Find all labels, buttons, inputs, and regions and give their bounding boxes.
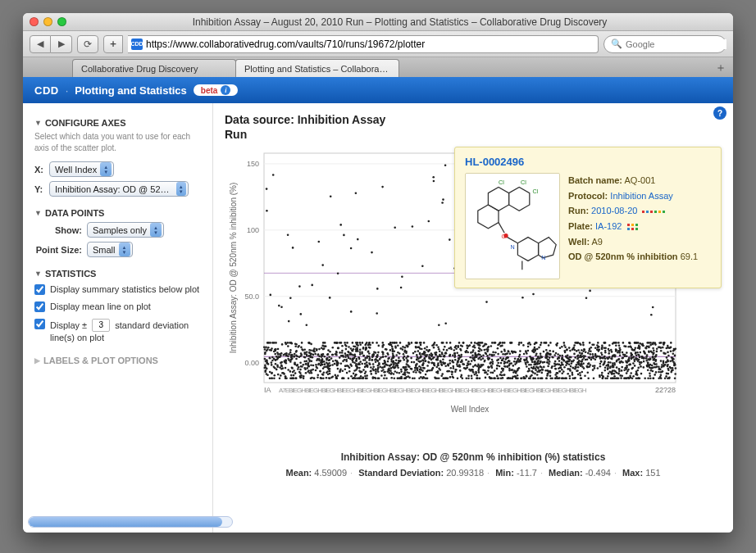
svg-point-1299 (530, 343, 532, 346)
svg-point-2022 (540, 356, 543, 359)
svg-point-1822 (558, 377, 560, 379)
forward-button[interactable]: ▶ (51, 35, 72, 53)
svg-point-760 (608, 344, 611, 347)
svg-point-1508 (448, 347, 450, 350)
svg-point-857 (289, 351, 292, 354)
search-bar[interactable]: 🔍 (603, 35, 726, 53)
svg-point-1493 (285, 367, 287, 369)
x-axis-select[interactable]: Well Index ▲▼ (49, 161, 114, 177)
plate-mini-icons[interactable] (627, 224, 639, 230)
svg-point-1174 (339, 356, 341, 359)
svg-point-674 (274, 353, 276, 356)
checkbox-input[interactable] (34, 301, 45, 312)
checkbox-mean-line[interactable]: Display mean line on plot (34, 301, 201, 313)
svg-point-1000 (594, 365, 596, 367)
checkbox-input[interactable] (34, 319, 45, 329)
run-link[interactable]: 2010-08-20 (591, 206, 637, 215)
tab-plotting[interactable]: Plotting and Statistics – Collabora… (235, 59, 399, 77)
section-configure-axes[interactable]: ▼ CONFIGURE AXES (34, 118, 201, 128)
svg-point-1636 (377, 371, 380, 374)
svg-point-57 (314, 353, 317, 356)
svg-point-1186 (656, 351, 658, 353)
tab-cdd-home[interactable]: Collaborative Drug Discovery (72, 59, 236, 77)
svg-point-172 (399, 342, 402, 344)
url-input[interactable] (146, 39, 594, 50)
new-tab-button[interactable]: ＋ (713, 61, 728, 75)
svg-point-1052 (561, 369, 563, 371)
svg-point-1622 (287, 355, 289, 357)
protocol-link[interactable]: Inhibition Assay (610, 191, 672, 201)
svg-point-1929 (359, 344, 362, 347)
stats-title: Inhibition Assay: OD @ 520nm % inhibitio… (225, 451, 722, 463)
svg-point-1483 (458, 360, 460, 362)
section-labels-options[interactable]: ▶ LABELS & PLOT OPTIONS (34, 356, 201, 365)
svg-point-1679 (510, 362, 512, 365)
svg-point-2036 (482, 355, 485, 357)
info-icon[interactable]: i (221, 85, 230, 95)
svg-point-1061 (534, 373, 536, 375)
svg-point-688 (670, 350, 672, 352)
window-zoom-button[interactable] (57, 17, 66, 26)
svg-point-484 (321, 264, 324, 266)
scatter-plot[interactable]: 0.0050.0100150Inhibition Assay: OD @ 520… (225, 147, 722, 417)
svg-point-2129 (617, 350, 620, 352)
add-bookmark-button[interactable]: ＋ (103, 35, 123, 53)
svg-point-1976 (663, 364, 665, 366)
svg-point-1514 (460, 356, 462, 358)
point-size-select[interactable]: Small ▲▼ (87, 242, 133, 257)
plate-link[interactable]: IA-192 (595, 221, 622, 231)
svg-point-916 (559, 347, 562, 349)
show-label: Show: (34, 225, 87, 235)
svg-point-1434 (419, 372, 421, 374)
svg-point-771 (349, 358, 352, 360)
scrollbar-thumb[interactable] (29, 517, 222, 527)
svg-point-2113 (543, 342, 545, 344)
svg-point-1329 (551, 377, 553, 379)
svg-point-1321 (457, 377, 459, 379)
y-axis-row: Y: Inhibition Assay: OD @ 520nm % ▲▼ (34, 181, 201, 197)
svg-point-1566 (444, 346, 446, 348)
svg-point-1102 (661, 366, 663, 369)
section-statistics[interactable]: ▼ STATISTICS (34, 269, 201, 279)
section-data-points[interactable]: ▼ DATA POINTS (34, 208, 201, 218)
svg-point-1669 (420, 355, 422, 357)
window-close-button[interactable] (30, 17, 39, 26)
svg-point-2108 (618, 369, 621, 371)
svg-point-2144 (640, 351, 642, 354)
svg-point-2186 (497, 347, 499, 350)
svg-point-1981 (382, 363, 385, 365)
svg-point-2193 (462, 342, 465, 344)
reload-button[interactable]: ⟳ (77, 35, 98, 53)
svg-point-1830 (664, 377, 667, 379)
run-mini-icons[interactable] (642, 211, 665, 213)
svg-point-2050 (364, 373, 367, 375)
svg-point-1727 (442, 377, 444, 379)
checkbox-sd-lines[interactable]: Display ± standard deviation line(s) on … (34, 318, 201, 344)
svg-point-1806 (271, 364, 273, 366)
window-minimize-button[interactable] (43, 17, 52, 26)
nav-buttons: ◀ ▶ (30, 35, 72, 53)
back-button[interactable]: ◀ (30, 35, 51, 53)
svg-point-558 (454, 359, 457, 361)
show-select[interactable]: Samples only ▲▼ (87, 222, 164, 238)
svg-point-1425 (535, 367, 537, 369)
svg-point-1026 (364, 359, 367, 361)
svg-point-950 (531, 350, 534, 352)
svg-point-1288 (269, 371, 271, 374)
help-button[interactable]: ? (713, 107, 726, 120)
svg-text:A7EBIEGHBIEGHBIEGHBIEEGHBIEGHB: A7EBIEGHBIEGHBIEGHBIEEGHBIEGHBIEGHBIEGHB… (279, 387, 587, 394)
sd-count-input[interactable] (92, 319, 110, 332)
url-bar[interactable]: CDD (128, 35, 599, 53)
svg-point-2064 (372, 365, 375, 368)
tooltip-compound-id[interactable]: HL-0002496 (465, 156, 711, 168)
svg-point-1093 (533, 361, 535, 364)
horizontal-scrollbar[interactable] (28, 516, 233, 528)
y-axis-select[interactable]: Inhibition Assay: OD @ 520nm % ▲▼ (49, 181, 189, 197)
checkbox-summary-stats[interactable]: Display summary statistics below plot (34, 283, 201, 296)
brand[interactable]: CDD (34, 84, 59, 97)
svg-point-865 (321, 355, 324, 357)
svg-point-717 (532, 293, 535, 296)
svg-point-2146 (508, 350, 510, 352)
checkbox-input[interactable] (34, 284, 45, 295)
search-input[interactable] (626, 39, 726, 49)
